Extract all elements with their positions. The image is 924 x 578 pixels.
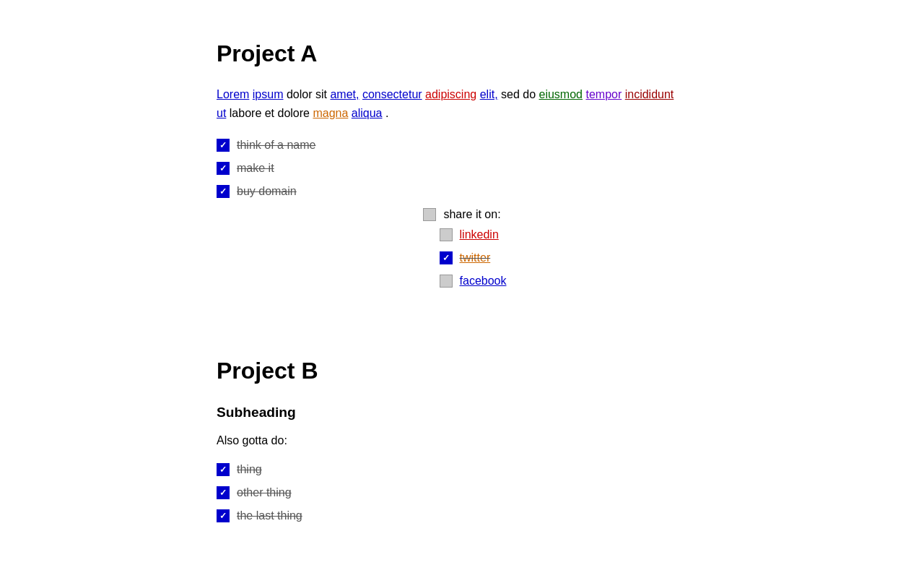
list-item: think of a name (217, 137, 707, 154)
lorem-link-2[interactable]: ipsum (253, 88, 284, 100)
list-item: the last thing (217, 507, 707, 525)
item-label-twitter: twitter (460, 249, 491, 267)
lorem-link-10[interactable]: ut (217, 107, 226, 119)
checkbox-buy-domain[interactable] (217, 185, 230, 198)
lorem-link-12[interactable]: aliqua (352, 107, 383, 119)
project-b-section: Project B Subheading Also gotta do: thin… (217, 353, 707, 525)
lorem-link-4[interactable]: consectetur (362, 88, 422, 100)
also-text: Also gotta do: (217, 432, 707, 449)
project-b-title: Project B (217, 353, 707, 388)
lorem-link-8[interactable]: tempor (585, 88, 622, 100)
lorem-link-3[interactable]: amet, (330, 88, 359, 100)
item-label-buy-domain: buy domain (237, 183, 297, 200)
item-label-the-last-thing: the last thing (237, 507, 302, 525)
checkbox-share-it-on[interactable] (423, 208, 436, 221)
lorem-paragraph: Lorem ipsum dolor sit amet, consectetur … (217, 85, 707, 122)
item-label-linkedin: linkedin (460, 226, 499, 243)
project-b-subheading: Subheading (217, 402, 707, 423)
lorem-link-1[interactable]: Lorem (217, 88, 249, 100)
facebook-link[interactable]: facebook (460, 275, 507, 287)
checkbox-think-of-a-name[interactable] (217, 139, 230, 152)
item-label-other-thing: other thing (237, 484, 292, 501)
checkbox-linkedin[interactable] (440, 228, 453, 241)
share-sub-list: linkedin twitter facebook (440, 226, 507, 296)
checkbox-twitter[interactable] (440, 251, 453, 264)
lorem-link-7[interactable]: eiusmod (539, 88, 583, 100)
lorem-link-11[interactable]: magna (313, 107, 348, 119)
list-item: make it (217, 160, 707, 177)
project-b-checklist: thing other thing the last thing (217, 461, 707, 525)
checkbox-facebook[interactable] (440, 275, 453, 288)
checkbox-make-it[interactable] (217, 162, 230, 175)
checkbox-thing[interactable] (217, 463, 230, 476)
page-container: Project A Lorem ipsum dolor sit amet, co… (0, 0, 924, 575)
lorem-link-6[interactable]: elit, (480, 88, 498, 100)
list-item: other thing (217, 484, 707, 501)
item-label-facebook: facebook (460, 272, 507, 290)
project-a-section: Project A Lorem ipsum dolor sit amet, co… (217, 36, 707, 310)
item-label-thing: thing (237, 461, 262, 478)
list-item-share: share it on: linkedin twitter (217, 206, 707, 310)
item-label-share-it-on: share it on: (443, 206, 500, 223)
item-label-make-it: make it (237, 160, 274, 177)
checkbox-other-thing[interactable] (217, 486, 230, 499)
list-item: linkedin (440, 226, 507, 243)
project-a-checklist: think of a name make it buy domain share… (217, 137, 707, 310)
list-item: buy domain (217, 183, 707, 200)
list-item: facebook (440, 272, 507, 290)
lorem-link-5[interactable]: adipiscing (425, 88, 476, 100)
twitter-link[interactable]: twitter (460, 251, 491, 264)
lorem-link-9[interactable]: incididunt (625, 88, 674, 100)
checkbox-the-last-thing[interactable] (217, 509, 230, 522)
linkedin-link[interactable]: linkedin (460, 228, 499, 241)
item-label-think-of-a-name: think of a name (237, 137, 315, 154)
list-item: thing (217, 461, 707, 478)
project-a-title: Project A (217, 36, 707, 71)
list-item: twitter (440, 249, 507, 267)
